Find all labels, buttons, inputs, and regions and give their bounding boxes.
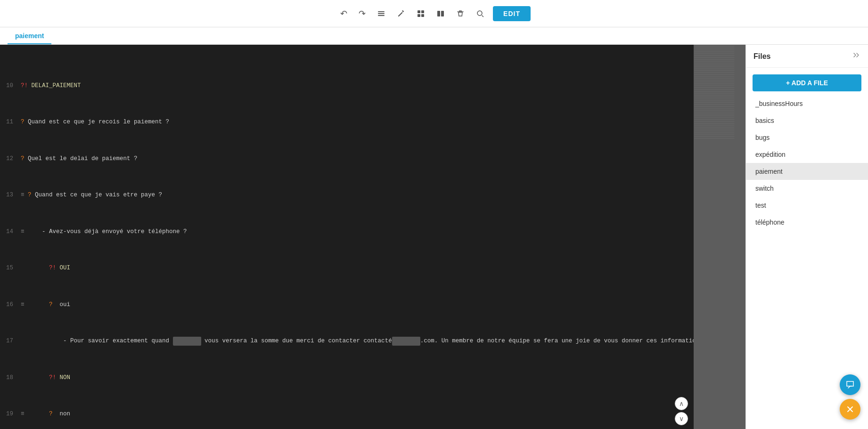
redo-icon[interactable]: ↷: [356, 7, 368, 21]
file-item-bugs[interactable]: bugs: [746, 129, 868, 146]
code-line-10: 10 ?! DELAI_PAIEMENT: [0, 81, 694, 90]
code-line-17: 17 - Pour savoir exactement quand ______…: [0, 337, 694, 346]
sidebar: Files + ADD A FILE _businessHoursbasicsb…: [745, 45, 868, 429]
file-item-paiement[interactable]: paiement: [746, 163, 868, 180]
floating-buttons: [840, 374, 860, 420]
code-line-18: 18 ?! NON: [0, 373, 694, 382]
add-file-button[interactable]: + ADD A FILE: [753, 74, 861, 91]
file-item-switch[interactable]: switch: [746, 180, 868, 197]
sidebar-header: Files: [746, 45, 868, 68]
code-line-15: 15 ?! OUI: [0, 264, 694, 273]
file-item-expédition[interactable]: expédition: [746, 146, 868, 163]
svg-rect-0: [378, 11, 385, 12]
file-item-basics[interactable]: basics: [746, 112, 868, 129]
split-view-icon[interactable]: [434, 8, 448, 20]
search-icon[interactable]: [473, 8, 487, 20]
list-icon[interactable]: [374, 8, 388, 20]
file-item-_businessHours[interactable]: _businessHours: [746, 95, 868, 112]
editor-scroll[interactable]: 10 ?! DELAI_PAIEMENT 11 ? Quand est ce q…: [0, 45, 694, 429]
svg-rect-7: [437, 11, 440, 16]
grid-icon[interactable]: [414, 8, 428, 20]
svg-point-9: [477, 11, 482, 16]
code-line-12: 12 ? Quel est le delai de paiement ?: [0, 154, 694, 163]
tab-row: paiement: [0, 27, 868, 45]
close-fab-button[interactable]: [840, 399, 860, 420]
svg-rect-4: [421, 10, 424, 13]
tab-paiement[interactable]: paiement: [8, 27, 51, 44]
svg-rect-5: [418, 14, 420, 17]
scroll-down-button[interactable]: ∨: [675, 412, 688, 425]
main-area: 10 ?! DELAI_PAIEMENT 11 ? Quand est ce q…: [0, 45, 868, 429]
chat-fab-button[interactable]: [840, 374, 860, 395]
svg-rect-8: [441, 11, 444, 16]
code-line-19: 19 ≡ ? non: [0, 410, 694, 419]
code-line-11: 11 ? Quand est ce que je recois le paiem…: [0, 118, 694, 127]
pencil-icon[interactable]: [394, 8, 408, 20]
sidebar-title: Files: [753, 52, 770, 61]
svg-rect-3: [418, 10, 420, 13]
svg-rect-6: [421, 14, 424, 17]
code-line-14: 14 ≡ - Avez-vous déjà envoyé votre télép…: [0, 227, 694, 236]
code-line-13: 13 ≡ ? Quand est ce que je vais etre pay…: [0, 191, 694, 200]
file-item-téléphone[interactable]: téléphone: [746, 214, 868, 231]
editor-container: 10 ?! DELAI_PAIEMENT 11 ? Quand est ce q…: [0, 45, 694, 429]
svg-rect-1: [378, 13, 385, 14]
edit-button[interactable]: EDIT: [493, 6, 531, 21]
minimap: [694, 45, 745, 429]
scroll-up-button[interactable]: ∧: [675, 397, 688, 410]
file-item-test[interactable]: test: [746, 197, 868, 214]
sidebar-collapse-icon[interactable]: [852, 51, 860, 62]
trash-icon[interactable]: [453, 8, 467, 20]
undo-icon[interactable]: ↶: [337, 7, 350, 21]
svg-rect-2: [378, 15, 385, 16]
code-line-16: 16 ≡ ? oui: [0, 300, 694, 309]
code-editor: 10 ?! DELAI_PAIEMENT 11 ? Quand est ce q…: [0, 45, 694, 429]
toolbar: ↶ ↷ EDIT: [0, 0, 868, 27]
